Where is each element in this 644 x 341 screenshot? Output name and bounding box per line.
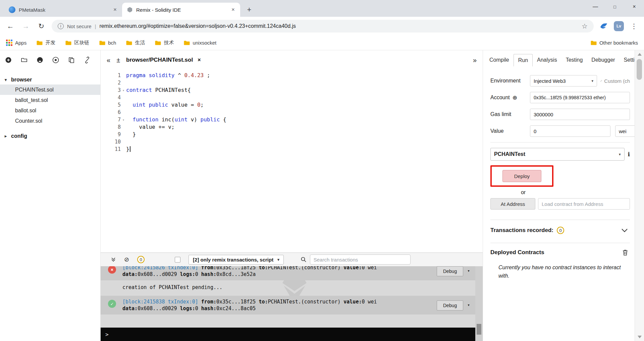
value-input[interactable] — [530, 125, 610, 137]
environment-select[interactable]: Injected Web3 ▾ — [530, 75, 597, 87]
profile-avatar[interactable]: Lv — [614, 21, 624, 31]
apps-label: Apps — [15, 40, 26, 46]
contract-info-icon[interactable]: ℹ — [628, 151, 630, 158]
address-bar[interactable]: i Not secure | remix.ethereum.org/#optim… — [52, 20, 594, 33]
terminal-prompt[interactable]: > — [101, 328, 475, 341]
deployed-empty-message: Currently you have no contract instances… — [498, 263, 623, 280]
transaction-log-row[interactable]: ✓[block:2415838 txIndex:0] from:0x35c...… — [101, 296, 475, 315]
terminal-filter-select[interactable]: [2] only remix transactions, script ▾ — [189, 255, 284, 265]
apps-grid-icon — [6, 40, 12, 46]
code-line — [126, 109, 483, 116]
custom-network-link[interactable]: Custom (ch — [600, 78, 630, 84]
bookmark-star-icon[interactable]: ☆ — [582, 22, 588, 30]
scroll-down-icon[interactable] — [638, 336, 642, 338]
editor-code[interactable]: pragma solidity ^ 0.4.23 ; contract PCHA… — [126, 72, 483, 252]
bookmark-item[interactable]: 技术 — [155, 40, 174, 46]
page-scrollbar[interactable] — [635, 50, 644, 341]
minimize-button[interactable]: — — [586, 0, 605, 13]
fold-icon[interactable]: ▾ — [121, 118, 126, 122]
browser-tab-remix[interactable]: Remix - Solidity IDE × — [122, 3, 240, 17]
transaction-log-text: [block:2415838 txIndex:0] from:0x35c...1… — [122, 298, 433, 312]
terminal-main: ×[block:2415826 txIndex:0] from:0x35c...… — [101, 266, 475, 341]
deploy-button[interactable]: Deploy — [502, 170, 541, 182]
link-icon[interactable] — [84, 56, 91, 64]
copy-files-icon[interactable] — [68, 56, 75, 64]
file-item[interactable]: ballot.sol — [0, 105, 100, 116]
bookmark-item[interactable]: 开发 — [37, 40, 55, 46]
filter-checkbox[interactable] — [175, 257, 180, 263]
contract-select[interactable]: PCHAINTest ▾ — [490, 148, 625, 161]
tab-settings[interactable]: Settings — [620, 54, 635, 66]
at-address-button[interactable]: At Address — [490, 198, 535, 210]
back-button[interactable]: ← — [5, 22, 15, 30]
trash-icon[interactable] — [623, 249, 628, 255]
clear-terminal-icon[interactable]: ⊘ — [124, 256, 129, 263]
terminal-log-area: ×[block:2415826 txIndex:0] from:0x35c...… — [101, 266, 475, 328]
tab-run[interactable]: Run — [514, 54, 533, 66]
other-bookmarks[interactable]: Other bookmarks — [591, 40, 638, 46]
browser-menu-icon[interactable]: ⋮ — [629, 22, 639, 30]
folder-config[interactable]: ▸ config — [0, 131, 100, 141]
debug-button[interactable]: Debug — [437, 266, 463, 276]
bookmark-item[interactable]: 生活 — [126, 40, 145, 46]
create-account-icon[interactable]: ⊕ — [513, 94, 517, 101]
tab-compile[interactable]: Compile — [485, 54, 514, 66]
browser-tab-pmetamask[interactable]: PMetaMask × — [4, 3, 122, 17]
refresh-button[interactable]: ↻ — [36, 22, 46, 30]
editor-gutter: 123▾4567▾891011 — [101, 72, 126, 252]
expand-terminal-icon[interactable] — [111, 257, 116, 262]
line-number: 8 — [101, 123, 126, 131]
close-tab-icon[interactable]: × — [231, 6, 235, 13]
bookmark-item[interactable]: unixsocket — [184, 40, 216, 46]
terminal-scrollbar[interactable] — [475, 266, 483, 341]
security-label: Not secure — [67, 23, 92, 29]
file-item[interactable]: ballot_test.sol — [0, 95, 100, 105]
bookmark-item[interactable]: bch — [99, 40, 116, 46]
caret-down-icon: ▾ — [277, 258, 279, 262]
more-panels-icon[interactable]: » — [473, 56, 477, 64]
page-scrollbar-handle[interactable] — [637, 59, 642, 80]
maximize-button[interactable]: □ — [605, 0, 625, 13]
transaction-log-row[interactable]: ×[block:2415826 txIndex:0] from:0x35c...… — [101, 266, 475, 280]
github-icon[interactable] — [52, 56, 59, 64]
apps-shortcut[interactable]: Apps — [6, 40, 26, 46]
open-folder-icon[interactable] — [20, 56, 28, 64]
file-item[interactable]: Counter.sol — [0, 116, 100, 126]
forward-button[interactable]: → — [21, 22, 31, 30]
folder-browser[interactable]: ▾ browser — [0, 75, 100, 84]
chevron-down-icon[interactable] — [621, 228, 628, 232]
close-file-icon[interactable]: × — [198, 57, 201, 63]
add-tab-icon[interactable]: ± — [116, 56, 120, 64]
value-unit: wei — [619, 128, 627, 134]
debug-button[interactable]: Debug — [437, 300, 463, 310]
gas-limit-row: Gas limit — [490, 109, 630, 120]
tab-testing[interactable]: Testing — [561, 54, 587, 66]
value-unit-select[interactable]: wei ▾ — [615, 125, 635, 137]
code-editor[interactable]: 123▾4567▾891011 pragma solidity ^ 0.4.23… — [101, 70, 483, 252]
info-icon[interactable]: i — [58, 23, 64, 29]
search-transactions-input[interactable] — [310, 254, 411, 265]
file-item[interactable]: PCHAINTest.sol — [0, 84, 100, 95]
close-tab-icon[interactable]: × — [113, 6, 117, 13]
new-tab-button[interactable]: + — [244, 4, 255, 15]
account-select[interactable]: 0x35c...18f25 (9.998872533 ether) — [530, 92, 630, 103]
gas-limit-input[interactable] — [530, 109, 630, 120]
file-tab[interactable]: browser/PCHAINTest.sol × — [126, 57, 201, 63]
fold-icon[interactable]: ▾ — [121, 89, 126, 92]
new-file-icon[interactable] — [5, 56, 12, 64]
chevron-down-icon[interactable]: ▾ — [467, 302, 470, 307]
window-controls: — □ × — [586, 0, 644, 13]
extension-icon[interactable] — [599, 21, 608, 31]
publish-gist-icon[interactable] — [36, 56, 44, 64]
tab-analysis[interactable]: Analysis — [533, 54, 561, 66]
scroll-up-icon[interactable] — [638, 53, 642, 56]
line-number: 1 — [101, 72, 126, 79]
at-address-input[interactable] — [538, 198, 630, 210]
collapse-panel-icon[interactable]: « — [107, 56, 110, 64]
chevron-down-icon[interactable]: ▾ — [467, 268, 470, 273]
bookmark-item[interactable]: 区块链 — [65, 40, 89, 46]
close-window-button[interactable]: × — [625, 0, 644, 13]
remix-ide: ▾ browser PCHAINTest.solballot_test.solb… — [0, 50, 644, 341]
terminal-scrollbar-handle[interactable] — [477, 324, 481, 335]
tab-debugger[interactable]: Debugger — [587, 54, 619, 66]
